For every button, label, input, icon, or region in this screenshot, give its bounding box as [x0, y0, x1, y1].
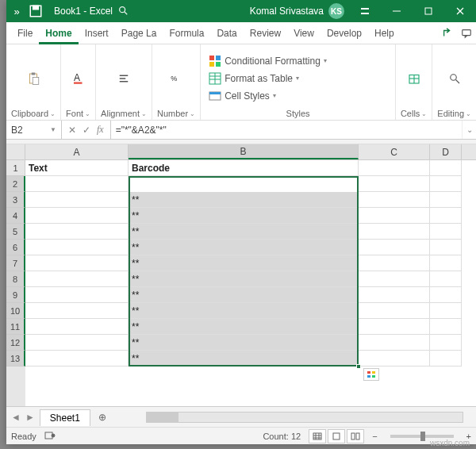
- save-icon[interactable]: [29, 4, 43, 18]
- tab-insert[interactable]: Insert: [79, 22, 115, 44]
- cell[interactable]: [359, 351, 430, 366]
- cell[interactable]: Barcode: [129, 160, 359, 176]
- zoom-slider[interactable]: [390, 435, 454, 438]
- column-header[interactable]: A: [25, 144, 129, 159]
- sheet-tab[interactable]: Sheet1: [40, 409, 90, 426]
- add-sheet-icon[interactable]: ⊕: [90, 412, 114, 423]
- expand-formula-icon[interactable]: ⌄: [462, 121, 476, 139]
- cell[interactable]: [359, 208, 430, 224]
- cell[interactable]: **: [129, 255, 359, 271]
- font-icon[interactable]: A: [69, 69, 88, 88]
- cell[interactable]: **: [129, 335, 359, 351]
- conditional-formatting-button[interactable]: Conditional Formatting▾: [209, 53, 327, 69]
- cell[interactable]: [430, 319, 462, 335]
- cell[interactable]: **: [129, 351, 359, 366]
- name-box[interactable]: B2 ▼: [6, 121, 62, 139]
- cell[interactable]: [359, 176, 430, 192]
- cell[interactable]: [359, 303, 430, 319]
- row-header[interactable]: 4: [6, 208, 25, 224]
- fill-handle[interactable]: [356, 364, 361, 369]
- cell[interactable]: [25, 271, 129, 287]
- tab-file[interactable]: File: [11, 22, 39, 44]
- maximize-icon[interactable]: [413, 0, 444, 22]
- cell[interactable]: [430, 255, 462, 271]
- fx-icon[interactable]: fx: [97, 124, 104, 136]
- cancel-icon[interactable]: ✕: [68, 125, 76, 136]
- quick-analysis-icon[interactable]: [363, 368, 379, 381]
- tab-page-layout[interactable]: Page La: [115, 22, 163, 44]
- minimize-icon[interactable]: [381, 0, 413, 22]
- row-header[interactable]: 8: [6, 271, 25, 287]
- cell[interactable]: [430, 240, 462, 255]
- cell[interactable]: [25, 287, 129, 303]
- comments-icon[interactable]: [457, 28, 476, 39]
- cell[interactable]: **: [129, 208, 359, 224]
- column-header[interactable]: B: [129, 144, 359, 159]
- horizontal-scrollbar[interactable]: [146, 412, 463, 423]
- dialog-launcher-icon[interactable]: ⌄: [141, 110, 147, 117]
- cells-icon[interactable]: [405, 69, 424, 88]
- tab-view[interactable]: View: [287, 22, 321, 44]
- page-break-view-icon[interactable]: [347, 429, 364, 443]
- cell[interactable]: [25, 255, 129, 271]
- cell[interactable]: [359, 335, 430, 351]
- dialog-launcher-icon[interactable]: ⌄: [50, 110, 56, 117]
- row-header[interactable]: 7: [6, 255, 25, 271]
- cell[interactable]: [359, 271, 430, 287]
- cell[interactable]: [430, 271, 462, 287]
- next-sheet-icon[interactable]: ►: [25, 412, 35, 423]
- cell[interactable]: [430, 303, 462, 319]
- cell[interactable]: [430, 160, 462, 176]
- close-icon[interactable]: [444, 0, 476, 22]
- row-header[interactable]: 6: [6, 240, 25, 255]
- cell[interactable]: [430, 208, 462, 224]
- zoom-out-icon[interactable]: −: [372, 432, 377, 441]
- cell[interactable]: [25, 208, 129, 224]
- cell[interactable]: **: [129, 224, 359, 240]
- tab-developer[interactable]: Develop: [321, 22, 368, 44]
- format-as-table-button[interactable]: Format as Table▾: [209, 71, 299, 86]
- select-all-corner[interactable]: [6, 144, 25, 159]
- cell[interactable]: [359, 160, 430, 176]
- cell[interactable]: **: [129, 192, 359, 208]
- prev-sheet-icon[interactable]: ◄: [11, 412, 21, 423]
- column-header[interactable]: C: [359, 144, 430, 159]
- tab-help[interactable]: Help: [368, 22, 401, 44]
- cell[interactable]: [430, 176, 462, 192]
- tab-data[interactable]: Data: [210, 22, 243, 44]
- cell[interactable]: [430, 287, 462, 303]
- dialog-launcher-icon[interactable]: ⌄: [190, 110, 195, 117]
- row-header[interactable]: 13: [6, 351, 25, 366]
- tab-review[interactable]: Review: [244, 22, 287, 44]
- row-header[interactable]: 1: [6, 160, 25, 176]
- editing-icon[interactable]: [445, 69, 464, 88]
- row-header[interactable]: 10: [6, 303, 25, 319]
- alignment-icon[interactable]: [114, 69, 133, 88]
- cell[interactable]: [25, 176, 129, 192]
- row-header[interactable]: 11: [6, 319, 25, 335]
- normal-view-icon[interactable]: [309, 429, 326, 443]
- enter-icon[interactable]: ✓: [83, 125, 90, 136]
- search-icon[interactable]: [117, 5, 129, 18]
- cell[interactable]: **: [129, 287, 359, 303]
- cell[interactable]: [359, 287, 430, 303]
- number-icon[interactable]: %: [167, 69, 186, 88]
- tab-formulas[interactable]: Formula: [163, 22, 210, 44]
- row-header[interactable]: 2: [6, 176, 25, 192]
- cell[interactable]: Text: [25, 160, 129, 176]
- cell[interactable]: [359, 255, 430, 271]
- row-header[interactable]: 5: [6, 224, 25, 240]
- cell[interactable]: **: [129, 271, 359, 287]
- cell[interactable]: [25, 192, 129, 208]
- cell-styles-button[interactable]: Cell Styles▾: [209, 88, 276, 104]
- cell[interactable]: [359, 224, 430, 240]
- column-header[interactable]: D: [430, 144, 462, 159]
- macro-record-icon[interactable]: [44, 431, 56, 442]
- cell[interactable]: [25, 303, 129, 319]
- cell[interactable]: **: [129, 240, 359, 255]
- cell[interactable]: [25, 335, 129, 351]
- cell[interactable]: [430, 192, 462, 208]
- page-layout-view-icon[interactable]: [328, 429, 345, 443]
- cell[interactable]: **: [129, 303, 359, 319]
- row-header[interactable]: 12: [6, 335, 25, 351]
